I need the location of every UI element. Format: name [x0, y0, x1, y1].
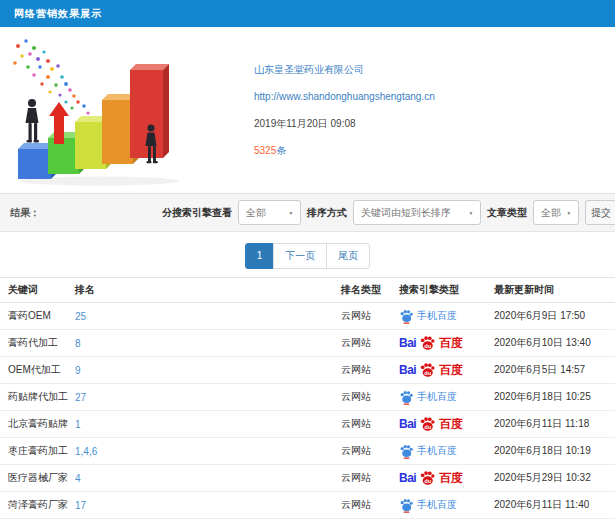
pagination: 1 下一页 尾页	[0, 243, 615, 269]
table-row: 菏泽膏药厂家17云网站 手机百度2020年6月11日 11:40	[0, 492, 615, 519]
table-row: 枣庄膏药加工1,4,6云网站 手机百度2020年6月18日 10:19	[0, 438, 615, 465]
table-row: OEM代加工9云网站Bai du 百度2020年6月5日 14:57	[0, 357, 615, 384]
keyword-cell: 菏泽膏药厂家	[8, 498, 75, 512]
updated-cell: 2020年6月9日 17:50	[494, 309, 615, 323]
mobile-baidu-label: 手机百度	[417, 498, 457, 512]
baidu-paw-icon: du	[419, 470, 436, 487]
baidu-paw-icon: du	[419, 362, 436, 379]
baidu-logo: Bai du 百度	[399, 362, 494, 379]
mobile-baidu-label: 手机百度	[417, 444, 457, 458]
baidu-cn-text: 百度	[439, 362, 462, 379]
table-header-row: 关键词 排名 排名类型 搜索引擎类型 最新更新时间	[0, 277, 615, 303]
table-row: 膏药OEM25云网站 手机百度2020年6月9日 17:50	[0, 303, 615, 330]
article-type-select-wrap: 全部	[533, 200, 579, 225]
rank-unit: 条	[276, 145, 286, 156]
updated-cell: 2020年6月11日 11:40	[494, 498, 615, 512]
rank-link[interactable]: 1	[75, 419, 81, 430]
mobile-baidu-paw-icon	[399, 309, 414, 324]
keyword-cell: 膏药OEM	[8, 309, 75, 323]
baidu-bai-text: Bai	[399, 363, 416, 377]
rank-link[interactable]: 17	[75, 500, 86, 511]
rank-count: 5325	[254, 145, 276, 156]
rank-link[interactable]: 8	[75, 338, 81, 349]
results-table: 关键词 排名 排名类型 搜索引擎类型 最新更新时间 膏药OEM25云网站 手机百…	[0, 277, 615, 519]
baidu-logo: Bai du 百度	[399, 335, 494, 352]
rank-cell: 27	[75, 392, 341, 403]
updated-cell: 2020年5月29日 10:32	[494, 471, 615, 485]
engine-filter-select[interactable]: 全部	[238, 200, 301, 225]
updated-cell: 2020年6月11日 11:18	[494, 417, 615, 431]
table-row: 医疗器械厂家4云网站Bai du 百度2020年5月29日 10:32	[0, 465, 615, 492]
rank-type-cell: 云网站	[341, 444, 399, 458]
open-time-value: 2019年11月20日 09:08	[254, 117, 356, 131]
baidu-bai-text: Bai	[399, 471, 416, 485]
rank-link[interactable]: 4	[75, 473, 81, 484]
table-row: 北京膏药贴牌1云网站Bai du 百度2020年6月11日 11:18	[0, 411, 615, 438]
article-type-label: 文章类型	[487, 206, 527, 220]
page-title: 网络营销效果展示	[14, 0, 102, 27]
svg-text:du: du	[424, 423, 431, 429]
baidu-logo: Bai du 百度	[399, 416, 494, 433]
rank-link[interactable]: 27	[75, 392, 86, 403]
col-header-engine-type: 搜索引擎类型	[399, 283, 494, 297]
mobile-baidu-label: 手机百度	[417, 309, 457, 323]
keyword-cell: OEM代加工	[8, 363, 75, 377]
rank-type-cell: 云网站	[341, 498, 399, 512]
updated-cell: 2020年6月5日 14:57	[494, 363, 615, 377]
svg-text:du: du	[424, 477, 431, 483]
col-header-keyword: 关键词	[8, 283, 75, 297]
next-page-button[interactable]: 下一页	[273, 243, 327, 269]
member-company-link[interactable]: 山东皇圣堂药业有限公司	[254, 63, 364, 77]
updated-cell: 2020年6月10日 13:40	[494, 336, 615, 350]
col-header-rank: 排名	[75, 283, 341, 297]
rank-type-cell: 云网站	[341, 309, 399, 323]
rank-cell: 17	[75, 500, 341, 511]
mobile-baidu-logo: 手机百度	[399, 390, 494, 405]
submit-button[interactable]: 提交	[585, 200, 615, 225]
engine-filter-label: 分搜索引擎查看	[162, 206, 232, 220]
baidu-cn-text: 百度	[439, 470, 462, 487]
table-row: 膏药代加工8云网站Bai du 百度2020年6月10日 13:40	[0, 330, 615, 357]
last-page-button[interactable]: 尾页	[326, 243, 370, 269]
mobile-baidu-label: 手机百度	[417, 390, 457, 404]
page: 网络营销效果展示	[0, 0, 615, 520]
keyword-cell: 膏药代加工	[8, 336, 75, 350]
promo-url-link[interactable]: http://www.shandonghuangshengtang.cn	[254, 90, 435, 104]
bar-chart-illustration	[4, 32, 182, 190]
page-header: 网络营销效果展示	[0, 0, 615, 27]
baidu-cn-text: 百度	[439, 416, 462, 433]
rank-link[interactable]: 25	[75, 311, 86, 322]
article-type-select[interactable]: 全部	[533, 200, 579, 225]
mobile-baidu-paw-icon	[399, 498, 414, 513]
baidu-bai-text: Bai	[399, 336, 416, 350]
updated-cell: 2020年6月18日 10:25	[494, 390, 615, 404]
rank-type-cell: 云网站	[341, 363, 399, 377]
keyword-cell: 药贴牌代加工	[8, 390, 75, 404]
result-label: 结果：	[10, 206, 40, 220]
baidu-paw-icon: du	[419, 335, 436, 352]
col-header-updated: 最新更新时间	[494, 283, 615, 297]
col-header-rank-type: 排名类型	[341, 283, 399, 297]
table-body: 膏药OEM25云网站 手机百度2020年6月9日 17:50膏药代加工8云网站B…	[0, 303, 615, 519]
updated-cell: 2020年6月18日 10:19	[494, 444, 615, 458]
rank-link[interactable]: 1,4,6	[75, 446, 97, 457]
svg-text:du: du	[424, 369, 431, 375]
filter-controls: 分搜索引擎查看 全部 排序方式 关键词由短到长排序 文章类型 全部 提交	[162, 200, 615, 225]
confetti-dots	[13, 39, 95, 119]
rank-cell: 8	[75, 338, 341, 349]
mobile-baidu-paw-icon	[399, 444, 414, 459]
sort-select-wrap: 关键词由短到长排序	[353, 200, 481, 225]
rank-cell: 9	[75, 365, 341, 376]
baidu-bai-text: Bai	[399, 417, 416, 431]
rank-link[interactable]: 9	[75, 365, 81, 376]
businessman-left	[26, 99, 40, 142]
sort-select[interactable]: 关键词由短到长排序	[353, 200, 481, 225]
keyword-cell: 枣庄膏药加工	[8, 444, 75, 458]
engine-rank-value: 5325条	[254, 144, 286, 158]
rank-type-cell: 云网站	[341, 336, 399, 350]
page-1-button[interactable]: 1	[245, 243, 275, 269]
table-row: 药贴牌代加工27云网站 手机百度2020年6月18日 10:25	[0, 384, 615, 411]
mobile-baidu-paw-icon	[399, 390, 414, 405]
mobile-baidu-logo: 手机百度	[399, 444, 494, 459]
filter-bar: 结果： 分搜索引擎查看 全部 排序方式 关键词由短到长排序 文章类型 全部 提交	[0, 193, 615, 232]
